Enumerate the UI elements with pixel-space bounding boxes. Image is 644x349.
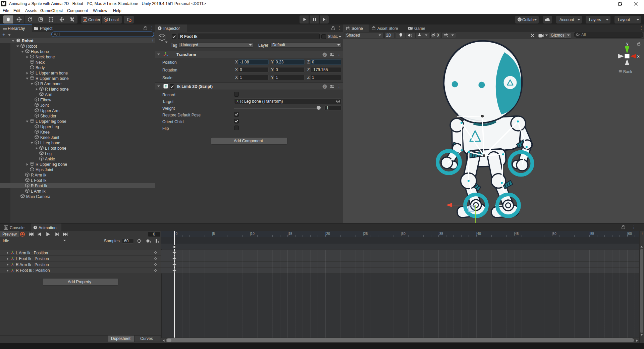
svg-text:x: x [637, 54, 640, 59]
svg-text:#: # [165, 85, 167, 88]
svg-text:y: y [626, 41, 629, 46]
svg-text:Y: Y [447, 35, 448, 38]
svg-text:?: ? [324, 53, 326, 56]
svg-text:?: ? [324, 85, 326, 88]
